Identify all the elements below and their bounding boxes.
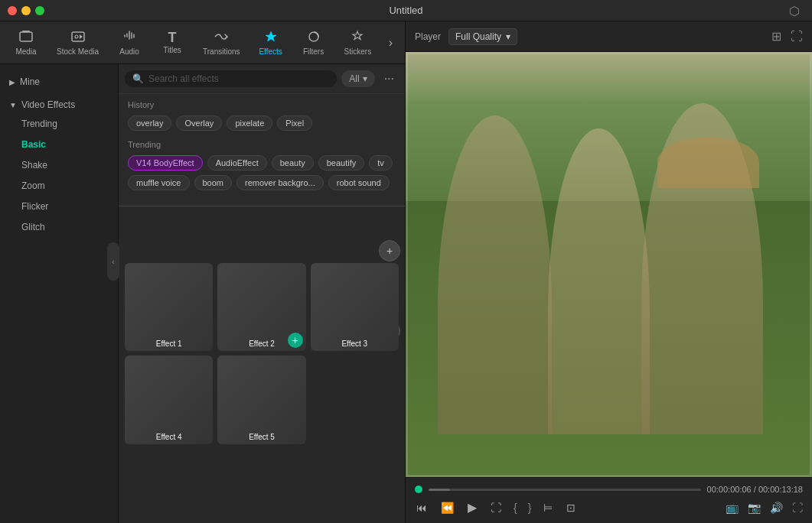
stock-media-icon	[70, 30, 86, 46]
sidebar-item-trending[interactable]: Trending	[3, 114, 115, 134]
split-button[interactable]: ⊨	[542, 500, 554, 515]
trending-label: Trending	[128, 140, 396, 149]
maximize-button[interactable]	[35, 6, 44, 15]
crop-button[interactable]: ⊡	[565, 500, 577, 515]
grid-view-icon[interactable]: ⊞	[771, 29, 781, 44]
window-controls[interactable]	[8, 6, 44, 15]
filter-all-button[interactable]: All ▾	[341, 70, 374, 87]
titlebar: Untitled ⬡	[0, 0, 812, 21]
toolbar-item-effects[interactable]: Effects	[251, 27, 291, 59]
effects-content: 🔍 All ▾ ··· History overlay O	[119, 64, 405, 523]
quality-chevron-icon: ▾	[506, 31, 510, 42]
time-current: 00:00:00:06 / 00:00:13:18	[707, 485, 803, 494]
share-icon[interactable]: ⬡	[789, 4, 803, 18]
sidebar-item-zoom[interactable]: Zoom	[3, 176, 115, 196]
more-controls-icon[interactable]: ⛶	[792, 502, 803, 514]
cast-icon[interactable]: 📺	[726, 502, 739, 514]
stickers-icon	[350, 30, 365, 46]
search-input[interactable]	[148, 73, 329, 84]
audio-icon	[122, 30, 136, 46]
main-layout: Media Stock Media Audio	[0, 21, 812, 523]
left-panel: Media Stock Media Audio	[0, 21, 406, 523]
media-icon	[18, 30, 34, 46]
step-back-button[interactable]: ⏮	[415, 500, 429, 515]
trending-tag-v14bodyeffect[interactable]: V14 BodyEffect	[128, 155, 203, 171]
preview-frame-effect	[406, 52, 812, 477]
sidebar-item-basic[interactable]: Basic	[3, 135, 115, 154]
main-toolbar: Media Stock Media Audio	[0, 21, 405, 64]
effect-card-1[interactable]: Effect 1	[125, 263, 213, 351]
minimize-button[interactable]	[21, 6, 31, 15]
effect-card-5[interactable]: Effect 5	[217, 356, 305, 443]
search-more-button[interactable]: ···	[380, 70, 399, 87]
trending-tag-audioeffect[interactable]: AudioEffect	[207, 155, 267, 171]
quality-value: Full Quality	[455, 31, 501, 42]
frame-back-button[interactable]: ⏪	[439, 500, 455, 515]
toolbar-item-transitions[interactable]: Transitions	[195, 27, 248, 59]
trending-tag-boom[interactable]: boom	[194, 175, 233, 190]
toolbar-item-stickers[interactable]: Stickers	[337, 27, 380, 59]
history-tag-overlay2[interactable]: Overlay	[176, 115, 222, 131]
play-button[interactable]: ▶	[466, 499, 478, 516]
sidebar-section-video-effects: ▼ Video Effects Trending Basic Shake Zoo…	[0, 93, 118, 241]
titles-label: Titles	[163, 46, 181, 54]
effect-card-3[interactable]: Effect 3	[311, 263, 399, 351]
toolbar-item-titles[interactable]: T Titles	[152, 28, 192, 57]
fullscreen-play-button[interactable]: ⛶	[489, 500, 503, 515]
trending-tag-muffle[interactable]: muffle voice	[128, 175, 190, 190]
effects-sidebar: ▶ Mine ▼ Video Effects Trending Basic Sh…	[0, 64, 119, 523]
trending-tag-tv[interactable]: tv	[369, 155, 393, 171]
trending-tag-beautify[interactable]: beautify	[318, 155, 365, 171]
progress-bar[interactable]	[429, 489, 701, 491]
history-tags: overlay Overlay pixelate Pixel	[128, 115, 396, 131]
close-button[interactable]	[8, 6, 17, 15]
audio-label: Audio	[119, 47, 139, 56]
snapshot-icon[interactable]: 📷	[748, 502, 761, 514]
history-tag-pixelate[interactable]: pixelate	[227, 115, 272, 131]
sidebar-video-effects-header[interactable]: ▼ Video Effects	[0, 96, 118, 113]
mine-arrow-icon: ▶	[9, 78, 15, 86]
sidebar-mine-header[interactable]: ▶ Mine	[0, 73, 118, 90]
history-tag-overlay1[interactable]: overlay	[128, 115, 171, 131]
search-overlay: 🔍 All ▾ ··· History overlay O	[119, 64, 405, 206]
sidebar-video-effects-label: Video Effects	[21, 99, 75, 110]
trending-tag-beauty[interactable]: beauty	[272, 155, 314, 171]
toolbar-item-filters[interactable]: Filters	[294, 27, 334, 59]
toolbar-item-media[interactable]: Media	[6, 27, 46, 59]
toolbar-item-audio[interactable]: Audio	[109, 27, 149, 59]
progress-fill	[429, 489, 450, 491]
controls-row: ⏮ ⏪ ▶ ⛶ { } ⊨ ⊡ 📺 📷 🔊 ⛶	[415, 499, 803, 516]
volume-icon[interactable]: 🔊	[770, 502, 783, 514]
trending-tag-robot-sound[interactable]: robot sound	[328, 175, 390, 190]
window-title: Untitled	[389, 5, 422, 16]
toolbar-item-stock-media[interactable]: Stock Media	[49, 27, 106, 59]
history-label: History	[128, 100, 396, 109]
history-tag-pixel[interactable]: Pixel	[277, 115, 312, 131]
current-time-value: 00:00:00:06	[707, 485, 752, 494]
fullscreen-icon[interactable]: ⛶	[791, 30, 803, 44]
trending-tag-remover[interactable]: remover backgro...	[236, 175, 324, 190]
toolbar-more-button[interactable]: ›	[383, 33, 399, 53]
search-icon: 🔍	[132, 73, 144, 84]
sidebar-mine-label: Mine	[20, 76, 40, 87]
filter-chevron-icon: ▾	[363, 73, 367, 84]
effect-card-2-label: Effect 2	[249, 339, 275, 348]
trending-tags: V14 BodyEffect AudioEffect beauty beauti…	[128, 155, 396, 190]
player-header-right: ⊞ ⛶	[771, 29, 803, 44]
media-label: Media	[15, 47, 36, 56]
filter-label: All	[349, 73, 359, 84]
effect-card-2[interactable]: Effect 2 +	[217, 263, 305, 351]
filters-label: Filters	[303, 47, 324, 56]
effect-card-4[interactable]: Effect 4	[125, 356, 213, 443]
effect-card-5-label: Effect 5	[249, 433, 275, 441]
playhead-dot[interactable]	[415, 486, 422, 493]
search-input-wrap[interactable]: 🔍	[125, 70, 337, 87]
quality-select[interactable]: Full Quality ▾	[448, 28, 517, 45]
scroll-up-button[interactable]: +	[379, 240, 400, 262]
sidebar-item-glitch[interactable]: Glitch	[3, 217, 115, 237]
effect-card-3-label: Effect 3	[341, 339, 367, 348]
preview-image	[406, 52, 812, 477]
sidebar-item-flicker[interactable]: Flicker	[3, 197, 115, 216]
sidebar-item-shake[interactable]: Shake	[3, 155, 115, 175]
effect-add-button[interactable]: +	[288, 333, 303, 348]
